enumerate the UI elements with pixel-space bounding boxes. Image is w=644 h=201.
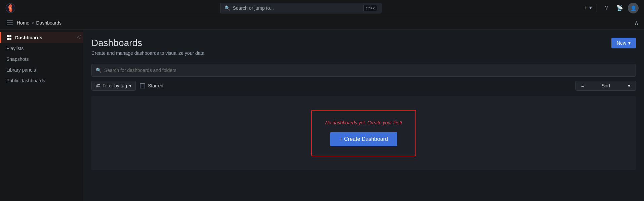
dashboard-search-input[interactable]: [104, 68, 632, 73]
sort-icon: ≡: [581, 83, 584, 88]
new-button[interactable]: New ▾: [611, 38, 636, 48]
breadcrumb-home[interactable]: Home: [17, 20, 29, 26]
page-title: Dashboards: [91, 38, 204, 48]
sort-label: Sort: [602, 83, 610, 88]
starred-checkbox[interactable]: [140, 83, 145, 88]
sort-container: ≡ Sort ▾: [575, 81, 636, 91]
search-placeholder-text: Search or jump to...: [233, 5, 361, 11]
sidebar-public-dashboards-label: Public dashboards: [6, 78, 45, 83]
svg-point-1: [9, 7, 11, 9]
starred-label: Starred: [148, 83, 163, 88]
dashboard-search-icon: 🔍: [96, 68, 102, 73]
main-layout: Dashboards Playlists Snapshots Library p…: [0, 30, 644, 201]
help-icon: ?: [605, 5, 608, 11]
sort-chevron: ▾: [628, 83, 630, 88]
collapse-button[interactable]: ∧: [634, 20, 639, 26]
main-content: Dashboards Create and manage dashboards …: [83, 30, 644, 201]
hamburger-line-1: [7, 21, 13, 21]
plus-icon: ＋ ▾: [582, 4, 592, 11]
sidebar-item-snapshots[interactable]: Snapshots: [0, 54, 83, 65]
new-button-label: New: [617, 40, 626, 46]
sidebar-playlists-label: Playlists: [6, 46, 24, 51]
avatar-icon: 👤: [631, 5, 636, 11]
new-button-chevron: ▾: [628, 40, 631, 46]
sidebar-item-library-panels[interactable]: Library panels: [0, 65, 83, 75]
global-search-box[interactable]: 🔍 Search or jump to... ctrl+k: [220, 3, 381, 13]
svg-rect-3: [9, 35, 11, 37]
svg-rect-4: [7, 38, 9, 40]
hamburger-line-3: [7, 25, 13, 25]
dashboard-search-box[interactable]: 🔍: [91, 64, 636, 77]
rss-icon: 📡: [616, 5, 623, 11]
empty-state-area: No dashboards yet. Create your first! + …: [91, 96, 636, 170]
create-dashboard-button[interactable]: + Create Dashboard: [330, 132, 398, 146]
sidebar-collapse-icon[interactable]: ◁: [75, 32, 83, 41]
breadcrumb: Home > Dashboards: [17, 20, 62, 26]
sort-button[interactable]: ≡ Sort ▾: [575, 81, 636, 91]
notifications-button[interactable]: 📡: [614, 3, 625, 13]
nav-divider: [597, 4, 597, 12]
page-header: Dashboards Create and manage dashboards …: [91, 38, 636, 56]
create-dashboard-label: + Create Dashboard: [339, 136, 388, 142]
sidebar-library-panels-label: Library panels: [6, 67, 36, 73]
sidebar-item-dashboards[interactable]: Dashboards: [0, 32, 83, 43]
breadcrumb-current: Dashboards: [36, 20, 62, 26]
breadcrumb-separator: >: [31, 20, 34, 26]
sidebar-snapshots-label: Snapshots: [6, 56, 29, 62]
starred-filter[interactable]: Starred: [140, 83, 163, 88]
sidebar-dashboards-label: Dashboards: [15, 35, 42, 40]
empty-state-box: No dashboards yet. Create your first! + …: [311, 110, 416, 156]
dashboards-icon: [6, 35, 12, 40]
search-shortcut-badge: ctrl+k: [363, 5, 377, 11]
page-subtitle: Create and manage dashboards to visualiz…: [91, 50, 204, 56]
topnav-actions: ＋ ▾ ? 📡 👤: [582, 3, 639, 13]
filter-tag-label: Filter by tag: [103, 83, 127, 88]
svg-rect-5: [9, 38, 11, 40]
add-new-button[interactable]: ＋ ▾: [582, 3, 593, 13]
svg-rect-2: [7, 35, 9, 37]
filter-by-tag-button[interactable]: 🏷 Filter by tag ▾: [91, 81, 136, 91]
grafana-logo: [5, 3, 15, 13]
hamburger-line-2: [7, 23, 13, 23]
help-button[interactable]: ?: [601, 3, 612, 13]
search-icon: 🔍: [225, 5, 230, 11]
breadcrumb-bar: Home > Dashboards ∧: [0, 16, 644, 30]
top-navigation: 🔍 Search or jump to... ctrl+k ＋ ▾ ? 📡 👤: [0, 0, 644, 16]
sidebar: Dashboards Playlists Snapshots Library p…: [0, 30, 83, 201]
user-avatar[interactable]: 👤: [628, 3, 639, 13]
filter-tag-chevron: ▾: [129, 83, 131, 88]
filter-row: 🏷 Filter by tag ▾ Starred ≡ Sort ▾: [91, 81, 636, 91]
hamburger-menu[interactable]: [5, 19, 14, 27]
search-area: 🔍 Search or jump to... ctrl+k: [19, 3, 582, 13]
tag-icon: 🏷: [96, 83, 100, 88]
page-title-section: Dashboards Create and manage dashboards …: [91, 38, 204, 56]
empty-state-text: No dashboards yet. Create your first!: [325, 120, 402, 125]
sidebar-item-public-dashboards[interactable]: Public dashboards: [0, 75, 83, 86]
sidebar-item-playlists[interactable]: Playlists: [0, 43, 83, 54]
